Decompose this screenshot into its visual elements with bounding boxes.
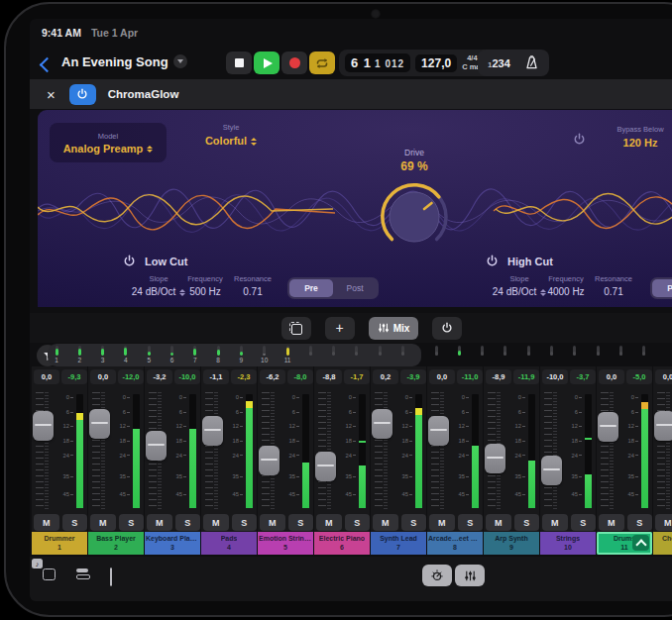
plugin-power-button[interactable] bbox=[69, 84, 96, 105]
solo-button[interactable]: S bbox=[571, 514, 597, 531]
solo-button[interactable]: S bbox=[345, 514, 371, 531]
navigator-track-offscreen[interactable] bbox=[395, 346, 411, 365]
track-name-footer[interactable]: Arp Synth9 bbox=[484, 532, 539, 555]
navigator-track-offscreen[interactable] bbox=[475, 346, 491, 365]
fader-handle[interactable] bbox=[259, 446, 280, 475]
mute-button[interactable]: M bbox=[260, 514, 285, 531]
track-name-footer[interactable]: Pads4 bbox=[201, 532, 257, 555]
navigator-track-6[interactable]: 6 bbox=[165, 346, 180, 365]
playhead-position[interactable]: 6 1 1 012 bbox=[345, 53, 410, 72]
play-button[interactable] bbox=[254, 52, 280, 74]
navigator-track-offscreen[interactable] bbox=[613, 346, 628, 365]
volume-value[interactable]: 0,0 bbox=[34, 369, 59, 384]
mute-button[interactable]: M bbox=[203, 514, 229, 531]
navigator-track-7[interactable]: 7 bbox=[187, 346, 203, 365]
volume-value[interactable]: 0,0 bbox=[655, 369, 672, 384]
navigator-track-1[interactable]: 1 bbox=[49, 346, 64, 365]
navigator-track-5[interactable]: 5 bbox=[141, 346, 157, 365]
song-menu-button[interactable] bbox=[173, 54, 187, 68]
navigator-track-offscreen[interactable] bbox=[590, 346, 606, 365]
volume-value[interactable]: -8,9 bbox=[486, 369, 511, 384]
bypass-below-control[interactable]: Bypass Below 120 Hz bbox=[595, 125, 672, 149]
solo-button[interactable]: S bbox=[119, 514, 145, 531]
metronome-button[interactable] bbox=[524, 55, 539, 70]
high-cut-resonance[interactable]: Resonance 0.71 bbox=[585, 274, 642, 297]
navigator-track-4[interactable]: 4 bbox=[118, 346, 134, 365]
post-option[interactable]: Post bbox=[333, 279, 377, 297]
song-title[interactable]: An Evening Song bbox=[61, 54, 168, 69]
fader-handle[interactable] bbox=[541, 456, 562, 485]
solo-button[interactable]: S bbox=[62, 514, 88, 531]
solo-button[interactable]: S bbox=[288, 514, 314, 531]
close-plugin-button[interactable]: × bbox=[47, 86, 56, 103]
fader-handle[interactable] bbox=[202, 416, 223, 446]
track-name-footer[interactable]: Emotion Strings5 bbox=[258, 532, 313, 555]
navigator-track-offscreen[interactable] bbox=[326, 346, 342, 365]
volume-value[interactable]: 0,0 bbox=[429, 369, 455, 384]
back-button[interactable] bbox=[42, 56, 53, 74]
volume-value[interactable]: -10,0 bbox=[542, 369, 568, 384]
bypass-power-button[interactable] bbox=[573, 132, 586, 150]
navigator-track-offscreen[interactable] bbox=[302, 346, 318, 365]
mute-button[interactable]: M bbox=[599, 514, 624, 531]
mute-button[interactable]: M bbox=[90, 514, 116, 531]
add-track-button[interactable]: + bbox=[325, 317, 355, 340]
mute-button[interactable]: M bbox=[34, 514, 59, 531]
low-cut-resonance[interactable]: Resonance 0.71 bbox=[224, 274, 281, 297]
play-surface-button[interactable] bbox=[110, 568, 112, 586]
count-in-button[interactable]: 1234 bbox=[488, 57, 510, 69]
volume-value[interactable]: -3,2 bbox=[147, 369, 172, 384]
track-name-footer[interactable]: Chorus V…12 bbox=[653, 532, 672, 555]
mute-button[interactable]: M bbox=[429, 514, 455, 531]
solo-button[interactable]: S bbox=[458, 514, 484, 531]
solo-button[interactable]: S bbox=[401, 514, 427, 531]
mixer-power-button[interactable] bbox=[432, 317, 462, 340]
solo-button[interactable]: S bbox=[514, 514, 540, 531]
stop-button[interactable] bbox=[226, 52, 252, 74]
mute-button[interactable]: M bbox=[373, 514, 398, 531]
fader-handle[interactable] bbox=[315, 452, 336, 481]
navigator-track-offscreen[interactable] bbox=[349, 346, 365, 365]
navigator-track-offscreen[interactable] bbox=[567, 346, 583, 365]
fader-handle[interactable] bbox=[485, 444, 505, 473]
solo-button[interactable]: S bbox=[175, 514, 201, 531]
track-name-footer[interactable]: Bass Player2 bbox=[88, 532, 144, 555]
navigator-track-8[interactable]: 8 bbox=[210, 346, 226, 365]
pre-option[interactable]: Pre bbox=[289, 279, 333, 297]
mute-button[interactable]: M bbox=[542, 514, 568, 531]
tempo-display[interactable]: 127,0 bbox=[415, 54, 457, 72]
volume-value[interactable]: 0,2 bbox=[373, 369, 398, 384]
volume-value[interactable]: -8,8 bbox=[316, 369, 342, 384]
expand-track-button[interactable] bbox=[632, 535, 649, 551]
solo-button[interactable]: S bbox=[627, 514, 653, 531]
high-cut-power-button[interactable]: High Cut bbox=[486, 255, 553, 267]
mix-view-button[interactable]: Mix bbox=[369, 317, 419, 340]
navigator-track-offscreen[interactable] bbox=[451, 346, 467, 365]
drive-knob[interactable] bbox=[377, 179, 452, 255]
solo-button[interactable]: S bbox=[232, 514, 258, 531]
fader-handle[interactable] bbox=[33, 411, 54, 441]
model-selector[interactable]: Model Analog Preamp bbox=[50, 123, 167, 162]
fader-handle[interactable] bbox=[598, 412, 618, 442]
volume-value[interactable]: -6,2 bbox=[260, 369, 285, 384]
fader-handle[interactable] bbox=[372, 409, 392, 439]
mixer-faders-button[interactable] bbox=[455, 565, 485, 586]
navigator-track-offscreen[interactable] bbox=[636, 346, 652, 365]
navigator-track-offscreen[interactable] bbox=[428, 346, 444, 365]
navigator-track-offscreen[interactable] bbox=[520, 346, 536, 365]
track-name-footer[interactable]: Synth Lead7 bbox=[371, 532, 426, 555]
navigator-track-offscreen[interactable] bbox=[544, 346, 560, 365]
navigator-track-3[interactable]: 3 bbox=[95, 346, 111, 365]
navigator-track-9[interactable]: 9 bbox=[233, 346, 249, 365]
fader-handle[interactable] bbox=[89, 409, 110, 439]
duplicate-button[interactable] bbox=[281, 317, 311, 340]
track-name-footer[interactable]: Drums11 bbox=[597, 532, 652, 555]
fader-handle[interactable] bbox=[428, 416, 449, 446]
track-name-footer[interactable]: Arcade…eet Pad8 bbox=[427, 532, 483, 555]
navigator-track-11[interactable]: 11 bbox=[280, 346, 295, 365]
volume-value[interactable]: 0,0 bbox=[599, 369, 624, 384]
pre-option[interactable]: Pre bbox=[652, 279, 672, 297]
fader-handle[interactable] bbox=[146, 431, 167, 461]
track-name-footer[interactable]: Strings10 bbox=[540, 532, 596, 555]
browser-button[interactable] bbox=[76, 568, 90, 579]
